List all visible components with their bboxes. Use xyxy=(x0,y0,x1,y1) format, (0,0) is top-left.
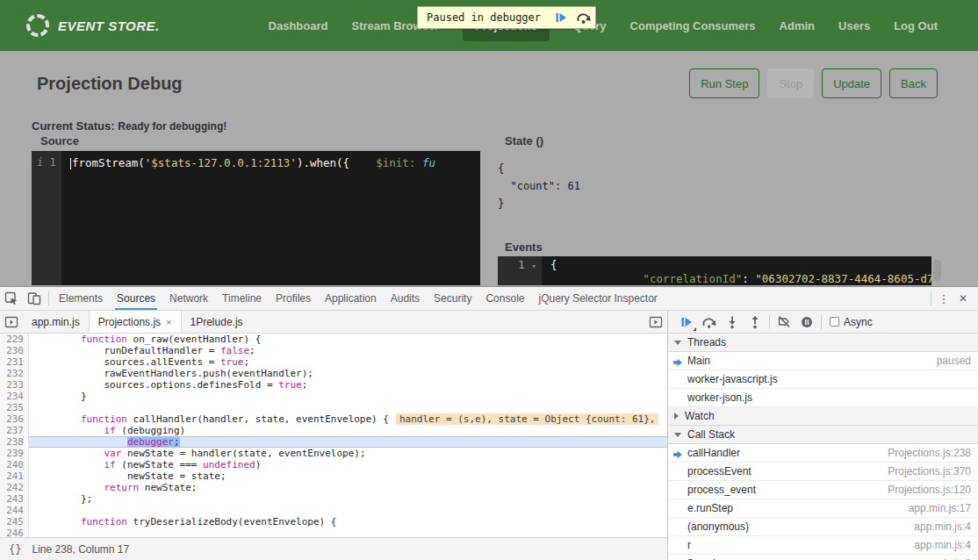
call-stack-frame[interactable]: $.eachapp.min.js:2 xyxy=(668,555,978,560)
threads-section-header[interactable]: Threads xyxy=(668,334,978,352)
page-title: Projection Debug xyxy=(37,74,183,94)
thread-row-worker-json-js[interactable]: worker-json.js xyxy=(668,389,978,407)
pause-on-exceptions-icon xyxy=(800,315,814,329)
step-over-button[interactable] xyxy=(698,312,721,333)
code-token xyxy=(34,425,104,436)
line-number[interactable]: 242 xyxy=(0,482,29,493)
frame-function-name: e.runStep xyxy=(687,502,733,514)
events-scrollbar-thumb[interactable] xyxy=(933,260,941,281)
pause-on-exceptions-button[interactable] xyxy=(795,312,818,333)
state-json-line: { xyxy=(498,160,580,177)
tab-audits[interactable]: Audits xyxy=(384,287,427,310)
file-tab-projections.js[interactable]: Projections.js× xyxy=(89,311,182,333)
async-toggle[interactable]: Async xyxy=(830,316,873,328)
call-stack-frame[interactable]: process_eventProjections.js:120 xyxy=(668,481,978,499)
line-number[interactable]: 238 xyxy=(0,436,29,448)
watch-section-header[interactable]: Watch xyxy=(668,407,978,426)
line-number[interactable]: 244 xyxy=(0,505,29,516)
code-token: callHandler(handler, state, eventEnvelop… xyxy=(127,413,389,425)
line-number[interactable]: 232 xyxy=(0,368,29,379)
step-out-button[interactable] xyxy=(744,312,766,333)
tab-jquery-selector-inspector[interactable]: jQuery Selector Inspector xyxy=(531,287,664,310)
brand[interactable]: EVENT STORE. xyxy=(26,14,160,37)
resume-script-button[interactable] xyxy=(675,312,698,333)
devtools-close-icon[interactable]: ✕ xyxy=(953,292,973,305)
call-stack-frame[interactable]: callHandlerProjections.js:238 xyxy=(668,444,978,463)
line-number[interactable]: 229 xyxy=(0,334,29,345)
code-token: var xyxy=(104,448,121,459)
code-line-text: if (newState === undefined) xyxy=(29,459,667,470)
line-number[interactable]: 243 xyxy=(0,493,29,505)
source-code-pane[interactable]: 229 function on_raw(eventHandler) {230 r… xyxy=(0,334,667,538)
nav-item-users[interactable]: Users xyxy=(838,19,870,32)
source-line-number: 1 xyxy=(49,156,55,169)
async-checkbox[interactable] xyxy=(830,317,839,327)
code-token: (debugging) xyxy=(116,425,185,436)
file-tab-1prelude.js[interactable]: 1Prelude.js xyxy=(182,311,252,333)
step-over-button[interactable] xyxy=(572,7,595,28)
line-number[interactable]: 230 xyxy=(0,345,29,356)
thread-row-main[interactable]: Mainpaused xyxy=(668,352,978,370)
nav-item-log-out[interactable]: Log Out xyxy=(894,19,938,32)
run-step-button[interactable]: Run Step xyxy=(689,68,759,98)
device-toolbar-icon xyxy=(27,291,41,305)
code-token xyxy=(34,516,81,528)
stop-button: Stop xyxy=(767,68,814,98)
nav-item-competing-consumers[interactable]: Competing Consumers xyxy=(630,19,756,32)
thread-row-worker-javascript-js[interactable]: worker-javascript.js xyxy=(668,370,978,389)
resume-script-button[interactable] xyxy=(550,7,572,28)
devtools-menu-icon[interactable]: ⋮ xyxy=(934,292,953,305)
line-number[interactable]: 233 xyxy=(0,379,29,391)
nav-item-dashboard[interactable]: Dashboard xyxy=(269,19,328,32)
tab-security[interactable]: Security xyxy=(427,287,478,310)
source-code-editor[interactable]: i 1 fromStream('$stats-127.0.0.1:2113').… xyxy=(32,151,480,285)
events-section-label: Events xyxy=(505,241,543,254)
line-number[interactable]: 241 xyxy=(0,470,29,482)
update-button[interactable]: Update xyxy=(822,68,881,98)
tab-console[interactable]: Console xyxy=(478,287,531,310)
line-number[interactable]: 236 xyxy=(0,413,29,425)
tab-timeline[interactable]: Timeline xyxy=(215,287,269,310)
code-line-text: sources.allEvents = true; xyxy=(29,356,667,368)
file-tab-app.min.js[interactable]: app.min.js xyxy=(23,311,89,333)
frame-function-name: callHandler xyxy=(687,447,740,459)
chevron-down-icon xyxy=(674,341,681,345)
call-stack-frame[interactable]: processEventProjections.js:370 xyxy=(668,463,978,481)
deactivate-breakpoints-button[interactable] xyxy=(773,312,795,333)
call-stack-frame[interactable]: (anonymous)app.min.js:4 xyxy=(668,518,978,536)
line-number[interactable]: 237 xyxy=(0,425,29,436)
line-number[interactable]: 231 xyxy=(0,356,29,368)
call-stack-frame[interactable]: rapp.min.js:4 xyxy=(668,536,978,555)
chevron-right-icon xyxy=(674,413,679,420)
code-token: if xyxy=(104,425,115,436)
debugger-toolbar: Async xyxy=(667,311,978,334)
back-button[interactable]: Back xyxy=(889,68,938,98)
tab-network[interactable]: Network xyxy=(162,287,215,310)
code-fold-icon[interactable]: ▾ xyxy=(532,262,536,270)
frame-location: Projections.js:370 xyxy=(888,465,971,477)
nav-item-admin[interactable]: Admin xyxy=(780,19,815,32)
events-editor[interactable]: 1 ▾ { "correlationId": "06302702-8837-44… xyxy=(498,256,931,285)
show-navigator-button[interactable] xyxy=(0,311,23,333)
line-number[interactable]: 234 xyxy=(0,391,29,402)
tab-profiles[interactable]: Profiles xyxy=(269,287,318,310)
tab-elements[interactable]: Elements xyxy=(52,287,110,310)
pretty-print-icon[interactable]: {} xyxy=(9,543,21,556)
tab-application[interactable]: Application xyxy=(318,287,384,310)
tab-sources[interactable]: Sources xyxy=(110,287,162,310)
close-tab-icon[interactable]: × xyxy=(166,317,171,327)
section-title: Watch xyxy=(685,410,715,422)
line-number[interactable]: 235 xyxy=(0,402,29,413)
line-number[interactable]: 239 xyxy=(0,448,29,459)
device-toolbar-button[interactable] xyxy=(23,287,46,310)
devtools-tabbar: ElementsSourcesNetworkTimelineProfilesAp… xyxy=(0,287,978,311)
line-number[interactable]: 245 xyxy=(0,516,29,528)
step-into-button[interactable] xyxy=(721,312,744,333)
line-number[interactable]: 240 xyxy=(0,459,29,470)
file-tabs: app.min.jsProjections.js×1Prelude.js xyxy=(23,311,252,333)
call-stack-section-header[interactable]: Call Stack xyxy=(668,426,978,444)
code-line: 230 runDefaultHandler = false; xyxy=(0,345,667,356)
inspect-element-button[interactable] xyxy=(0,287,23,310)
show-panel-button[interactable] xyxy=(644,311,667,333)
call-stack-frame[interactable]: e.runStepapp.min.js:17 xyxy=(668,499,978,518)
